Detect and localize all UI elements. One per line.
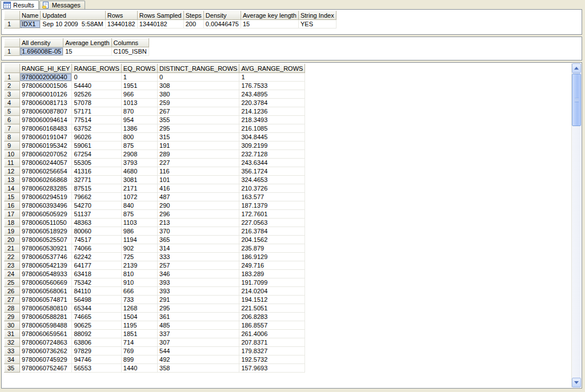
grid-cell[interactable]: 48363 [72, 219, 121, 227]
row-header-cell[interactable]: 15 [5, 193, 20, 201]
row-header-cell[interactable]: 14 [5, 184, 20, 193]
grid-cell[interactable]: 57171 [72, 107, 121, 116]
grid-cell[interactable]: 261.4006 [239, 330, 305, 338]
grid-cell[interactable]: 1268 [121, 304, 157, 313]
grid-cell[interactable]: 55305 [72, 159, 121, 167]
grid-cell[interactable]: 380 [158, 90, 239, 99]
row-header-cell[interactable]: 23 [5, 261, 20, 270]
grid-cell[interactable]: 267 [158, 107, 239, 116]
grid-cell[interactable]: 9780060560669 [20, 278, 72, 287]
grid-cell[interactable]: 183.289 [239, 270, 305, 278]
row-header-cell[interactable]: 8 [5, 133, 20, 142]
grid-cell[interactable]: 9780060511050 [20, 219, 72, 227]
grid-cell[interactable]: 200 [183, 20, 203, 29]
row-header-cell[interactable]: 22 [5, 253, 20, 261]
grid-cell[interactable]: 213 [158, 219, 239, 227]
grid-cell[interactable]: 1504 [121, 313, 157, 321]
grid-cell[interactable]: 220.3784 [239, 99, 305, 107]
grid-cell[interactable]: 13440182 [105, 20, 137, 29]
column-header-average-length[interactable]: Average Length [63, 39, 111, 47]
grid-cell[interactable]: 1195 [121, 321, 157, 330]
column-header-average-key-length[interactable]: Average key length [241, 11, 298, 20]
grid-cell[interactable]: 899 [121, 355, 157, 364]
column-header-name[interactable]: Name [20, 11, 41, 20]
grid-cell[interactable]: 9780060094614 [20, 116, 72, 124]
grid-cell[interactable]: 2139 [121, 261, 157, 270]
grid-cell[interactable]: 210.3726 [239, 184, 305, 193]
row-header-cell[interactable]: 11 [5, 159, 20, 167]
corner-header-cell[interactable] [5, 39, 20, 47]
grid-cell[interactable]: 1851 [121, 330, 157, 338]
column-header-range-hi-key[interactable]: RANGE_HI_KEY [20, 64, 72, 73]
grid-cell[interactable]: 9780060574871 [20, 296, 72, 304]
grid-cell[interactable]: 9780060191047 [20, 133, 72, 142]
grid-cell[interactable]: 63418 [72, 270, 121, 278]
grid-cell[interactable]: 9780060745929 [20, 355, 72, 364]
row-header-cell[interactable]: 2 [5, 82, 20, 90]
row-header-cell[interactable]: 13 [5, 176, 20, 184]
grid-cell[interactable]: 870 [121, 107, 157, 116]
column-header-updated[interactable]: Updated [41, 11, 105, 20]
row-header-cell[interactable]: 31 [5, 330, 20, 338]
grid-cell[interactable]: 87515 [72, 184, 121, 193]
grid-cell[interactable]: 910 [121, 278, 157, 287]
column-header-string-index[interactable]: String Index [298, 11, 336, 20]
grid-cell[interactable]: 416 [158, 184, 239, 193]
grid-cell[interactable]: 0 [158, 73, 239, 82]
grid-cell[interactable]: 63806 [72, 338, 121, 347]
grid-cell[interactable]: 67254 [72, 150, 121, 159]
grid-cell[interactable]: 954 [121, 116, 157, 124]
row-header-cell[interactable]: 7 [5, 124, 20, 133]
grid-cell[interactable]: 296 [158, 210, 239, 219]
grid-cell[interactable]: 346 [158, 270, 239, 278]
grid-cell[interactable]: 187.1379 [239, 201, 305, 210]
grid-cell[interactable]: 9780060294519 [20, 193, 72, 201]
grid-cell[interactable]: 9780060244057 [20, 159, 72, 167]
grid-cell[interactable]: 84110 [72, 287, 121, 296]
grid-cell[interactable]: 666 [121, 287, 157, 296]
grid-cell[interactable]: 221.5051 [239, 304, 305, 313]
grid-cell[interactable]: 291 [158, 296, 239, 304]
grid-cell[interactable]: 15 [63, 47, 111, 56]
grid-cell[interactable]: 64177 [72, 261, 121, 270]
grid-cell[interactable]: 295 [158, 304, 239, 313]
vertical-scrollbar[interactable] [571, 63, 581, 387]
row-header-cell[interactable]: 16 [5, 201, 20, 210]
scroll-down-button[interactable] [572, 378, 581, 387]
column-header-steps[interactable]: Steps [183, 11, 203, 20]
grid-cell[interactable]: 810 [121, 270, 157, 278]
grid-cell[interactable]: 3793 [121, 159, 157, 167]
grid-cell[interactable]: 986 [121, 227, 157, 236]
grid-cell[interactable]: 769 [121, 347, 157, 355]
grid-cell[interactable]: 227.0563 [239, 219, 305, 227]
row-header-cell[interactable]: 1 [5, 73, 20, 82]
tab-results[interactable]: Results [1, 0, 39, 9]
row-header-cell[interactable]: 4 [5, 99, 20, 107]
row-header-cell[interactable]: 1 [5, 20, 20, 29]
grid-cell[interactable]: 207.8371 [239, 338, 305, 347]
grid-cell[interactable]: 116 [158, 167, 239, 176]
column-header-avg-range-rows[interactable]: AVG_RANGE_ROWS [239, 64, 305, 73]
grid-cell[interactable]: 1440 [121, 364, 157, 373]
grid-cell[interactable]: 1013 [121, 99, 157, 107]
row-header-cell[interactable]: 26 [5, 287, 20, 296]
row-header-cell[interactable]: 30 [5, 321, 20, 330]
grid-cell[interactable]: 9780060525507 [20, 236, 72, 244]
scrollbar-thumb[interactable] [572, 74, 581, 126]
grid-cell[interactable]: 875 [121, 142, 157, 150]
row-header-cell[interactable]: 3 [5, 90, 20, 99]
grid-cell[interactable]: 966 [121, 90, 157, 99]
grid-cell[interactable]: 9780060283285 [20, 184, 72, 193]
grid-cell[interactable]: 9780060598488 [20, 321, 72, 330]
grid-cell[interactable]: 90625 [72, 321, 121, 330]
row-header-cell[interactable]: 24 [5, 270, 20, 278]
grid-cell[interactable]: 96026 [72, 133, 121, 142]
grid-cell[interactable]: 63752 [72, 124, 121, 133]
grid-cell[interactable]: 227 [158, 159, 239, 167]
grid-cell[interactable]: 314 [158, 244, 239, 253]
grid-cell[interactable]: 79662 [72, 193, 121, 201]
row-header-cell[interactable]: 12 [5, 167, 20, 176]
row-header-cell[interactable]: 1 [5, 47, 20, 56]
grid-cell[interactable]: 56498 [72, 296, 121, 304]
grid-cell[interactable]: 9780060195342 [20, 142, 72, 150]
